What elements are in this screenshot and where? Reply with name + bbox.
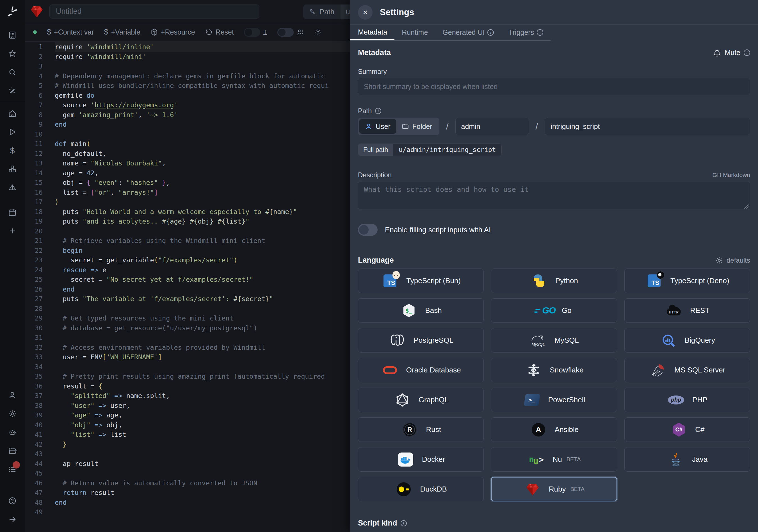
- docker-icon: [397, 451, 415, 468]
- add-context-var-button[interactable]: $ +Context var: [47, 28, 94, 37]
- path-separator: /: [536, 121, 538, 132]
- language-tile-bigquery[interactable]: BigQuery: [624, 328, 750, 352]
- language-tile-rest[interactable]: HTTPREST: [624, 298, 750, 323]
- tab-runtime[interactable]: Runtime: [395, 25, 435, 40]
- script-title-input[interactable]: [50, 5, 259, 18]
- language-tile-php[interactable]: phpPHP: [624, 388, 750, 412]
- ai-fill-toggle[interactable]: [358, 224, 378, 236]
- language-tile-typescript-deno[interactable]: TSTypeScript (Deno): [624, 268, 750, 293]
- line-number: 45: [25, 469, 43, 479]
- language-tile-python[interactable]: Python: [491, 268, 617, 293]
- editor-settings-button[interactable]: [314, 28, 322, 36]
- toggle-off[interactable]: [277, 28, 293, 37]
- prism-icon[interactable]: [6, 181, 19, 194]
- info-icon[interactable]: i: [537, 29, 543, 36]
- diff-toggle[interactable]: ±: [244, 28, 267, 37]
- line-number: 41: [25, 430, 43, 440]
- language-tile-mysql[interactable]: MySQLMySQL: [491, 328, 617, 352]
- folder-icon[interactable]: [6, 444, 19, 457]
- language-tile-label: Ansible: [555, 425, 579, 434]
- building-icon[interactable]: [6, 29, 19, 42]
- line-number: 47: [25, 488, 43, 498]
- language-tile-java[interactable]: JavaJava: [624, 447, 750, 472]
- language-tile-postgresql[interactable]: PostgreSQL: [358, 328, 484, 352]
- language-grid: TSTypeScript (Bun)PythonTSTypeScript (De…: [358, 268, 750, 501]
- play-icon[interactable]: [6, 125, 19, 138]
- language-tile-go[interactable]: GOGo: [491, 298, 617, 323]
- tab-triggers[interactable]: Triggers i: [501, 25, 551, 40]
- path-name-input[interactable]: [545, 118, 750, 135]
- language-tile-bash[interactable]: $_Bash: [358, 298, 484, 323]
- package-icon: [151, 28, 158, 36]
- user-icon[interactable]: [6, 389, 19, 402]
- mute-button[interactable]: Mute i: [713, 49, 750, 57]
- windmill-logo-icon[interactable]: [6, 5, 19, 18]
- add-resource-button[interactable]: +Resource: [151, 28, 195, 36]
- language-tile-ms-sql-server[interactable]: MS SQL Server: [624, 358, 750, 382]
- line-number: 22: [25, 246, 43, 256]
- language-tile-docker[interactable]: Docker: [358, 447, 484, 472]
- user-icon: [365, 123, 372, 130]
- language-tile-typescript-bun[interactable]: TSTypeScript (Bun): [358, 268, 484, 293]
- tab-metadata[interactable]: Metadata: [350, 25, 395, 40]
- collab-toggle[interactable]: [277, 28, 304, 37]
- language-tile-c[interactable]: C#C#: [624, 417, 750, 442]
- list-icon[interactable]: [6, 463, 19, 476]
- bigquery-icon: [660, 332, 677, 349]
- info-icon[interactable]: i: [744, 50, 750, 56]
- calendar-icon[interactable]: [6, 206, 19, 219]
- dollar-icon[interactable]: $: [6, 144, 19, 157]
- svg-text:Java: Java: [672, 463, 680, 467]
- line-number: 46: [25, 479, 43, 488]
- language-tile-oracle-database[interactable]: Oracle Database: [358, 358, 484, 382]
- home-icon[interactable]: [6, 107, 19, 120]
- tab-generated-ui[interactable]: Generated UI i: [435, 25, 501, 40]
- language-tile-ruby[interactable]: RubyBETA: [491, 477, 617, 501]
- line-number: 6: [25, 91, 43, 101]
- plus-icon[interactable]: [6, 225, 19, 237]
- language-tile-ansible[interactable]: AAnsible: [491, 417, 617, 442]
- language-tile-label: PowerShell: [548, 396, 585, 404]
- script-kind-label: Script kind i: [358, 519, 750, 527]
- language-tile-graphql[interactable]: GraphQL: [358, 388, 484, 412]
- add-variable-button[interactable]: $ +Variable: [104, 28, 140, 37]
- owner-kind-user[interactable]: User: [359, 119, 396, 134]
- summary-input[interactable]: [358, 78, 750, 95]
- language-tile-label: MySQL: [554, 336, 579, 345]
- robot-icon[interactable]: [6, 426, 19, 439]
- language-defaults-button[interactable]: defaults: [715, 257, 750, 264]
- language-tile-duckdb[interactable]: DuckDB: [358, 477, 484, 501]
- search-icon[interactable]: [6, 66, 19, 79]
- resize-grip-icon[interactable]: [744, 204, 748, 209]
- info-icon[interactable]: i: [400, 520, 407, 526]
- language-tile-snowflake[interactable]: Snowflake: [491, 358, 617, 382]
- line-number: 23: [25, 255, 43, 265]
- toggle-off[interactable]: [244, 28, 260, 37]
- line-number: 3: [25, 61, 43, 71]
- help-icon[interactable]: [6, 494, 19, 507]
- status-dot: [33, 30, 37, 34]
- gh-markdown-hint: GH Markdown: [712, 172, 750, 178]
- language-tile-label: Bash: [425, 306, 442, 315]
- magic-wand-icon[interactable]: [6, 84, 19, 97]
- cubes-icon[interactable]: [6, 162, 19, 176]
- line-number: 10: [25, 129, 43, 139]
- reset-button[interactable]: Reset: [205, 28, 234, 36]
- line-number: 2: [25, 52, 43, 62]
- bell-icon: [713, 49, 721, 57]
- description-textarea[interactable]: [358, 181, 750, 210]
- gear-icon[interactable]: [6, 407, 19, 420]
- owner-kind-folder[interactable]: Folder: [396, 119, 438, 134]
- arrow-right-icon[interactable]: [6, 513, 19, 526]
- close-icon[interactable]: ×: [358, 5, 372, 20]
- language-tile-rust[interactable]: RRust: [358, 417, 484, 442]
- language-tile-powershell[interactable]: >_PowerShell: [491, 388, 617, 412]
- info-icon[interactable]: i: [487, 29, 494, 36]
- star-icon[interactable]: [6, 47, 19, 60]
- info-icon[interactable]: i: [375, 108, 381, 114]
- language-tile-nu[interactable]: nu>NuBETA: [491, 447, 617, 472]
- path-owner-input[interactable]: [455, 118, 529, 135]
- line-number: 5: [25, 81, 43, 91]
- line-number: 26: [25, 285, 43, 294]
- line-number: 28: [25, 304, 43, 314]
